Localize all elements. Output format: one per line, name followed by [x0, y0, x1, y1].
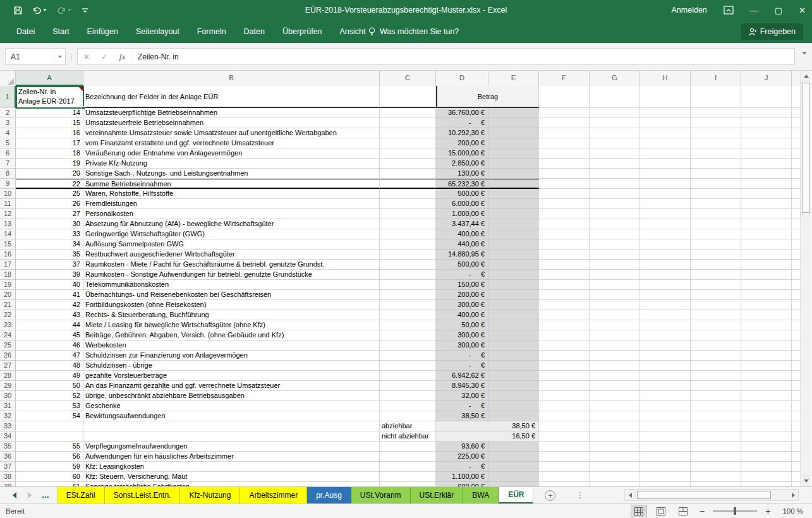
cell-a30[interactable]: 52 [16, 391, 83, 401]
cell-a20[interactable]: 41 [16, 290, 83, 300]
cell-f33[interactable] [539, 421, 590, 431]
cell-j38[interactable] [741, 472, 792, 482]
zoom-in-button[interactable]: + [763, 506, 773, 516]
cell-d28[interactable]: 6.942,62 € [436, 371, 488, 381]
cell-e30[interactable] [488, 391, 539, 401]
sheet-tab-ust-erklär[interactable]: USt.Erklär [411, 487, 464, 503]
select-all-corner[interactable] [0, 71, 16, 86]
cell-f6[interactable] [539, 148, 590, 159]
cell-b29[interactable]: An das Finanzamt gezahlte und ggf. verre… [83, 381, 380, 391]
cell-c33[interactable]: abziehbar [380, 421, 436, 431]
cell-f27[interactable] [539, 361, 590, 371]
cell-b9[interactable]: Summe Betriebseinnahmen [83, 179, 380, 189]
cell-i20[interactable] [691, 290, 741, 300]
row-header-12[interactable]: 12 [0, 209, 16, 219]
cell-b10[interactable]: Waren, Rohstoffe, Hilfsstoffe [83, 189, 380, 199]
cell-i5[interactable] [691, 138, 741, 148]
cell-d5[interactable]: 200,00 € [436, 138, 488, 148]
cell-f24[interactable] [539, 330, 590, 340]
cell-b27[interactable]: Schuldzinsen - übrige [83, 361, 380, 371]
cell-g11[interactable] [590, 199, 640, 209]
cell-c8[interactable] [380, 169, 436, 179]
column-header-i[interactable]: I [691, 71, 741, 86]
column-header-e[interactable]: E [488, 71, 539, 86]
cell-c37[interactable] [380, 462, 436, 472]
page-break-view-icon[interactable] [675, 505, 691, 517]
scroll-down-icon[interactable] [801, 475, 812, 486]
cell-h10[interactable] [640, 189, 691, 199]
cell-a1-selected[interactable]: Zeilen-Nr. in Anlage EÜR-2017 [16, 86, 83, 108]
cell-g36[interactable] [590, 452, 640, 462]
column-header-b[interactable]: B [83, 71, 380, 86]
cell-i4[interactable] [691, 128, 741, 138]
cell-c27[interactable] [380, 361, 436, 371]
cell-g32[interactable] [590, 411, 640, 421]
cell-j4[interactable] [741, 128, 792, 138]
cell-i15[interactable] [691, 239, 741, 250]
cell-f4[interactable] [539, 128, 590, 138]
cell-j27[interactable] [741, 361, 792, 371]
cell-g15[interactable] [590, 239, 640, 250]
cell-b20[interactable]: Übernachtungs- und Reisenebenkosten bei … [83, 290, 380, 300]
cell-e4[interactable] [488, 128, 539, 138]
cell-d31[interactable]: - € [436, 401, 488, 411]
cell-g25[interactable] [590, 340, 640, 351]
cell-i7[interactable] [691, 159, 741, 169]
cell-c2[interactable] [380, 108, 436, 118]
cell-j33[interactable] [741, 421, 792, 431]
scroll-up-icon[interactable] [801, 71, 812, 82]
cell-e13[interactable] [488, 219, 539, 229]
cell-d12[interactable]: 1.000,00 € [436, 209, 488, 219]
cell-f31[interactable] [539, 401, 590, 411]
cell-i39[interactable] [691, 482, 741, 486]
cell-b18[interactable]: Raumkosten - Sonstige Aufwendungen für b… [83, 270, 380, 280]
sheet-tab-sonst-leist-entn[interactable]: Sonst.Leist.Entn. [105, 487, 181, 503]
cell-a22[interactable]: 43 [16, 310, 83, 320]
cell-f8[interactable] [539, 169, 590, 179]
cell-c29[interactable] [380, 381, 436, 391]
cell-j20[interactable] [741, 290, 792, 300]
cell-g5[interactable] [590, 138, 640, 148]
cell-g30[interactable] [590, 391, 640, 401]
cell-f1[interactable] [539, 86, 590, 108]
cell-j36[interactable] [741, 452, 792, 462]
cell-b32[interactable]: Bewirtungsaufwendungen [83, 411, 380, 421]
cell-b4[interactable]: vereinnahmte Umsatzsteuer sowie Umsatzst… [83, 128, 380, 138]
cell-e29[interactable] [488, 381, 539, 391]
cell-h33[interactable] [640, 421, 691, 431]
cell-h1[interactable] [640, 86, 691, 108]
row-header-39[interactable]: 39 [0, 482, 16, 486]
cell-f17[interactable] [539, 260, 590, 270]
cell-c20[interactable] [380, 290, 436, 300]
cell-c11[interactable] [380, 199, 436, 209]
cell-a18[interactable]: 39 [16, 270, 83, 280]
cell-i6[interactable] [691, 148, 741, 159]
cell-b34[interactable] [83, 431, 380, 442]
cell-b5[interactable]: vom Finanzamt erstattete und ggf. verrec… [83, 138, 380, 148]
new-sheet-button[interactable]: + [545, 487, 555, 503]
cell-i25[interactable] [691, 340, 741, 351]
cell-c25[interactable] [380, 340, 436, 351]
column-header-h[interactable]: H [640, 71, 691, 86]
formula-bar-expand-icon[interactable] [802, 52, 807, 55]
cell-d29[interactable]: 8.945,30 € [436, 381, 488, 391]
column-header-c[interactable]: C [380, 71, 436, 86]
cell-b22[interactable]: Rechts- & Steuerberatung, Buchführung [83, 310, 380, 320]
row-header-19[interactable]: 19 [0, 280, 16, 290]
cell-j7[interactable] [741, 159, 792, 169]
cell-g13[interactable] [590, 219, 640, 229]
cell-i23[interactable] [691, 320, 741, 330]
cell-g3[interactable] [590, 118, 640, 128]
cell-f7[interactable] [539, 159, 590, 169]
cell-e35[interactable] [488, 442, 539, 452]
cell-c12[interactable] [380, 209, 436, 219]
cell-g26[interactable] [590, 351, 640, 361]
cell-g14[interactable] [590, 229, 640, 239]
cell-d37[interactable]: - € [436, 462, 488, 472]
cell-b23[interactable]: Miete / Leasing für bewegliche Wirtschaf… [83, 320, 380, 330]
row-header-36[interactable]: 36 [0, 452, 16, 462]
cell-c9[interactable] [380, 179, 436, 189]
cell-i35[interactable] [691, 442, 741, 452]
cell-j19[interactable] [741, 280, 792, 290]
cell-g29[interactable] [590, 381, 640, 391]
